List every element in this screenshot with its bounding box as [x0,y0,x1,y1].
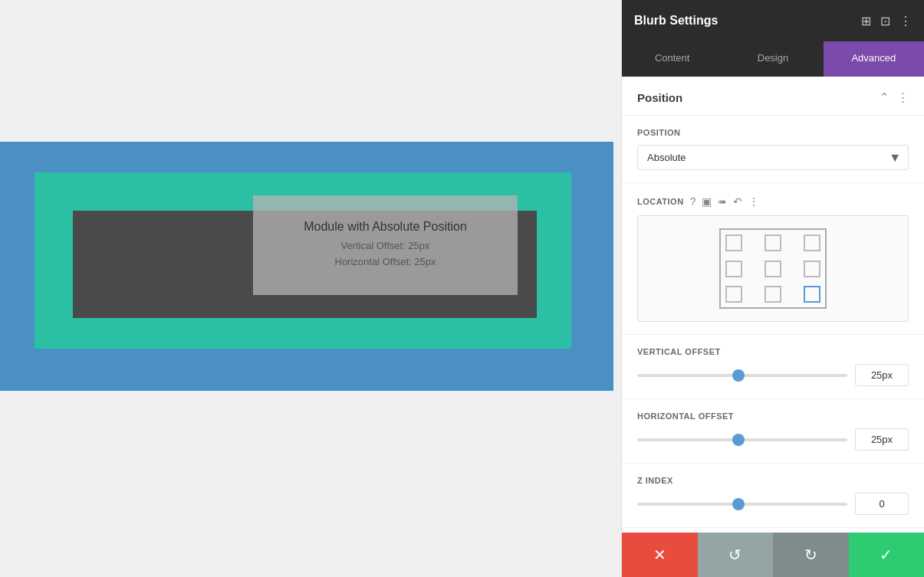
redo-icon: ↻ [804,546,817,564]
canvas-module-subtitle: Vertical Offset: 25px Horizontal Offset:… [335,238,436,270]
canvas-area: Module with Absolute Position Vertical O… [0,0,621,577]
panel-title: Blurb Settings [634,14,718,28]
location-field-group: Location ? ▣ ➠ ↶ ⋮ [622,183,924,335]
canvas-module-title: Module with Absolute Position [304,220,467,234]
confirm-icon: ✓ [880,546,893,564]
canvas-module-overlay: Module with Absolute Position Vertical O… [253,195,518,295]
tab-advanced[interactable]: Advanced [824,41,924,77]
panel-header-icons: ⊞ ⊡ ⋮ [861,14,912,28]
grid-cell-bl[interactable] [725,286,742,303]
reset-button[interactable]: ↺ [698,533,774,577]
cancel-button[interactable]: ✕ [622,533,698,577]
section-title: Position [637,91,682,104]
vertical-offset-slider-row [637,364,909,386]
location-grid [719,228,827,309]
z-index-label: Z Index [637,476,909,485]
section-more-icon[interactable]: ⋮ [897,90,909,104]
section-header-icons: ⌃ ⋮ [880,90,909,104]
panel-footer: ✕ ↺ ↻ ✓ [622,533,924,577]
panel-header: Blurb Settings ⊞ ⊡ ⋮ [622,0,924,41]
horizontal-offset-input[interactable] [855,428,909,451]
confirm-button[interactable]: ✓ [849,533,925,577]
grid-cell-tr[interactable] [804,234,820,251]
position-label: Position [637,128,909,137]
horizontal-offset-label: Horizontal Offset [637,411,909,421]
location-icons: ? ▣ ➠ ↶ ⋮ [690,195,760,208]
grid-cell-mc[interactable] [765,261,781,277]
vertical-offset-group: Vertical Offset [622,335,924,399]
horizontal-offset-slider-row [637,428,909,451]
help-icon[interactable]: ? [690,195,696,208]
grid-cell-br[interactable] [804,286,820,303]
location-label-row: Location ? ▣ ➠ ↶ ⋮ [637,195,909,208]
expand-icon[interactable]: ⊞ [861,14,871,28]
z-index-group: Z Index [622,464,924,528]
vertical-offset-slider[interactable] [637,374,847,377]
panel-tabs: Content Design Advanced [622,41,924,77]
desktop-icon[interactable]: ▣ [702,195,712,208]
location-more-icon[interactable]: ⋮ [748,195,759,208]
position-select-wrapper: Default Relative Absolute Fixed ▼ [637,145,909,170]
settings-panel: Blurb Settings ⊞ ⊡ ⋮ Content Design Adva… [621,0,924,577]
horizontal-offset-slider[interactable] [637,438,847,441]
position-select[interactable]: Default Relative Absolute Fixed [637,145,909,170]
split-icon[interactable]: ⊡ [880,14,890,28]
z-index-input[interactable] [855,493,909,515]
panel-body: Position ⌃ ⋮ Position Default Relative A… [622,77,924,533]
z-index-slider[interactable] [637,503,847,506]
vertical-offset-label: Vertical Offset [637,347,909,356]
location-label: Location [637,197,684,206]
cursor-icon[interactable]: ➠ [718,195,727,208]
grid-cell-bc[interactable] [765,286,781,303]
undo-icon[interactable]: ↶ [733,195,742,208]
cancel-icon: ✕ [653,546,666,564]
grid-cell-tl[interactable] [725,234,742,251]
reset-icon: ↺ [728,546,742,564]
vertical-offset-input[interactable] [855,364,909,386]
z-index-slider-row [637,493,909,515]
location-grid-container [637,215,909,322]
grid-cell-tc[interactable] [765,234,781,251]
horizontal-offset-group: Horizontal Offset [622,399,924,464]
more-icon[interactable]: ⋮ [899,14,912,28]
grid-cell-ml[interactable] [725,261,742,277]
grid-cell-mr[interactable] [804,261,820,277]
collapse-icon[interactable]: ⌃ [880,90,889,104]
tab-design[interactable]: Design [722,41,823,77]
redo-button[interactable]: ↻ [773,533,849,577]
tab-content[interactable]: Content [622,41,722,77]
position-field-group: Position Default Relative Absolute Fixed… [622,116,924,183]
position-section-header: Position ⌃ ⋮ [622,77,924,116]
